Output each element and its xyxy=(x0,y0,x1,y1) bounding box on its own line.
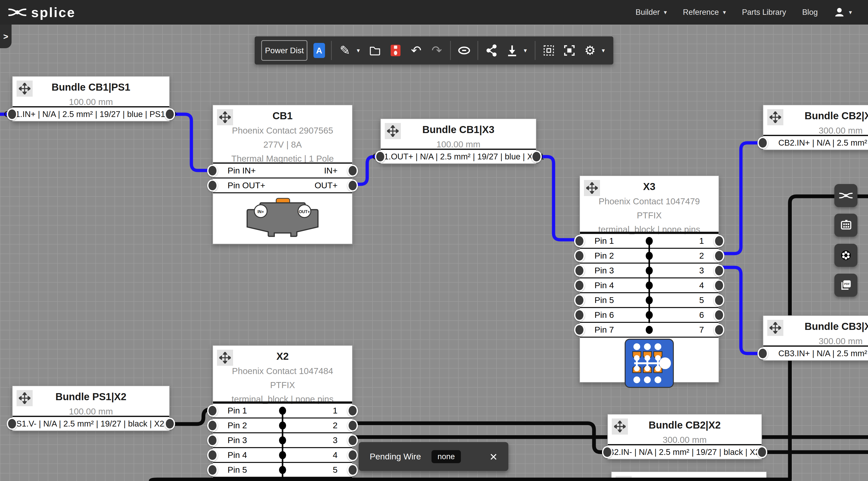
move-handle[interactable] xyxy=(767,320,783,336)
port[interactable] xyxy=(164,418,175,430)
close-icon[interactable]: × xyxy=(490,450,497,463)
download-menu-caret[interactable]: ▾ xyxy=(522,47,529,54)
bundle-section-button[interactable] xyxy=(834,244,858,267)
port[interactable] xyxy=(7,108,17,120)
pin-row: Pin IN+ IN+ xyxy=(213,164,352,178)
fit-view-button[interactable] xyxy=(562,41,577,60)
redo-button[interactable]: ↷ xyxy=(430,41,444,60)
port[interactable] xyxy=(347,180,358,192)
bundle-wire-row: CB2.IN+ | N/A | 2.5 mm² | 19/27 xyxy=(763,136,868,150)
breaker-in-label: IN+ xyxy=(257,209,264,214)
port[interactable] xyxy=(714,309,724,321)
pencil-menu-caret[interactable]: ▾ xyxy=(354,47,362,54)
wire-blue-cb1x3-to-x3[interactable] xyxy=(536,157,579,240)
pin-label: Pin 4 xyxy=(213,450,247,460)
port[interactable] xyxy=(714,280,724,291)
port[interactable] xyxy=(347,464,358,476)
port[interactable] xyxy=(347,419,358,431)
port[interactable] xyxy=(714,265,724,277)
port[interactable] xyxy=(757,347,768,359)
port[interactable] xyxy=(207,449,218,461)
port[interactable] xyxy=(574,280,585,291)
account-menu[interactable]: ▾ xyxy=(834,7,852,18)
port[interactable] xyxy=(347,405,358,417)
port[interactable] xyxy=(531,151,542,163)
port[interactable] xyxy=(574,294,585,306)
download-button[interactable] xyxy=(505,41,519,60)
move-handle[interactable] xyxy=(217,109,233,125)
link-button[interactable] xyxy=(457,41,471,60)
pdf-export-button[interactable]: PDF xyxy=(834,274,858,297)
move-handle[interactable] xyxy=(17,81,33,97)
port[interactable] xyxy=(164,108,175,120)
port[interactable] xyxy=(207,180,218,192)
move-handle[interactable] xyxy=(217,350,233,366)
nav-builder[interactable]: Builder ▾ xyxy=(636,8,667,17)
node-bundle-cb3-x2[interactable]: Bundle CB3|X2 xyxy=(611,472,767,481)
port[interactable] xyxy=(375,151,385,163)
wire-blue-cb2x3-to-x3[interactable] xyxy=(720,143,763,254)
wire-blue-cb1ps1-to-cb1[interactable] xyxy=(170,114,212,170)
port[interactable] xyxy=(207,434,218,446)
save-button[interactable] xyxy=(388,41,403,60)
node-bundle-cb2-x2[interactable]: Bundle CB2|X2 300.00 mm CB2.IN- | N/A | … xyxy=(607,414,762,459)
move-handle[interactable] xyxy=(385,123,401,139)
splice-wire-tool-button[interactable] xyxy=(834,184,858,207)
port[interactable] xyxy=(574,235,585,247)
port[interactable] xyxy=(602,446,613,458)
node-x3[interactable]: X3 Phoenix Contact 1047479 PTFIX termina… xyxy=(580,175,719,383)
port[interactable] xyxy=(714,250,724,262)
port[interactable] xyxy=(347,449,358,461)
nav-parts-library[interactable]: Parts Library xyxy=(742,8,786,17)
project-name-input[interactable]: Power Dist xyxy=(261,40,307,61)
port[interactable] xyxy=(207,419,218,431)
component-image-area xyxy=(580,336,719,389)
node-bundle-cb1-ps1[interactable]: Bundle CB1|PS1 100.00 mm CB1.IN+ | N/A |… xyxy=(12,76,170,122)
wire-blue-x3-to-cb3x3[interactable] xyxy=(720,267,763,353)
node-bundle-cb3-x3[interactable]: Bundle CB3|X3 300.00 mm CB3.IN+ | N/A | … xyxy=(763,315,868,361)
node-bundle-ps1-x2[interactable]: Bundle PS1|X2 100.00 mm PS1.V- | N/A | 2… xyxy=(12,386,170,431)
settings-button[interactable]: ⚙ xyxy=(583,41,597,60)
node-x2[interactable]: X2 Phoenix Contact 1047484 PTFIX termina… xyxy=(213,345,352,481)
node-bundle-cb2-x3[interactable]: Bundle CB2|X3 300.00 mm CB2.IN+ | N/A | … xyxy=(763,105,868,150)
port[interactable] xyxy=(757,137,768,149)
port[interactable] xyxy=(714,324,724,336)
undo-button[interactable]: ↶ xyxy=(409,41,424,60)
port[interactable] xyxy=(207,165,218,177)
pin-label: Pin 5 xyxy=(580,295,614,305)
port[interactable] xyxy=(757,446,767,458)
port[interactable] xyxy=(207,405,218,417)
share-button[interactable] xyxy=(484,41,499,60)
folder-icon xyxy=(369,44,381,57)
port[interactable] xyxy=(714,294,724,306)
nav-reference[interactable]: Reference ▾ xyxy=(683,8,726,17)
edit-pencil-button[interactable]: ✎ xyxy=(338,41,352,60)
pin-label: Pin 6 xyxy=(580,310,614,320)
port[interactable] xyxy=(574,265,585,277)
splice-logo[interactable]: splice xyxy=(7,4,75,20)
port[interactable] xyxy=(347,434,358,446)
move-handle[interactable] xyxy=(584,180,600,196)
open-folder-button[interactable] xyxy=(368,41,382,60)
move-handle[interactable] xyxy=(767,109,783,125)
port[interactable] xyxy=(7,418,17,430)
port[interactable] xyxy=(347,165,358,177)
panel-expand-tab[interactable]: > xyxy=(0,25,11,48)
pin-label: Pin 1 xyxy=(580,236,614,246)
wire-black-ps1x2-to-x2[interactable] xyxy=(170,410,212,424)
port[interactable] xyxy=(574,309,585,321)
move-handle[interactable] xyxy=(612,418,628,435)
auto-layout-toggle[interactable]: A xyxy=(313,43,325,58)
nav-blog[interactable]: Blog xyxy=(802,8,818,17)
select-all-button[interactable] xyxy=(541,41,556,60)
move-handle[interactable] xyxy=(616,476,632,481)
port[interactable] xyxy=(574,250,585,262)
node-cb1[interactable]: CB1 Phoenix Contact 2907565 277V | 8A Th… xyxy=(213,105,352,244)
port[interactable] xyxy=(574,324,585,336)
settings-menu-caret[interactable]: ▾ xyxy=(600,47,607,54)
port[interactable] xyxy=(207,464,218,476)
move-handle[interactable] xyxy=(17,390,33,406)
connector-view-button[interactable] xyxy=(834,214,858,237)
port[interactable] xyxy=(714,235,724,247)
node-bundle-cb1-x3[interactable]: Bundle CB1|X3 100.00 mm CB1.OUT+ | N/A |… xyxy=(380,119,536,164)
